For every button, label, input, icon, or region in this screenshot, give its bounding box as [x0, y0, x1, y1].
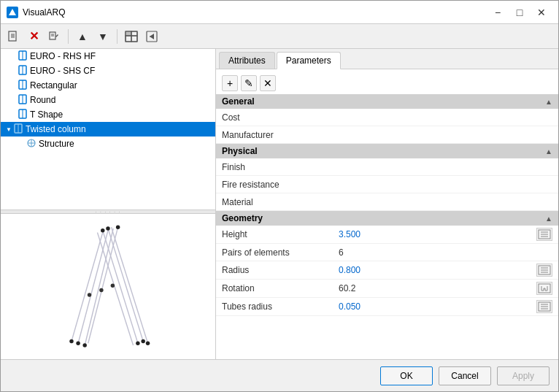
tree-item-structure[interactable]: Structure: [1, 137, 215, 151]
column-icon: [14, 123, 23, 136]
svg-point-42: [106, 226, 109, 230]
tree-item-euro-rhs-hf[interactable]: EURO - RHS HF: [1, 49, 215, 64]
section-general[interactable]: General ▲: [216, 94, 558, 109]
tab-attributes[interactable]: Attributes: [219, 52, 275, 69]
delete-button[interactable]: ✕: [24, 27, 43, 46]
column-icon: [18, 109, 27, 121]
new-button[interactable]: [4, 27, 23, 46]
ok-button[interactable]: OK: [380, 366, 433, 385]
right-panel: Attributes Parameters + ✎ ✕ General ▲: [216, 49, 558, 359]
preview-svg: [35, 214, 181, 359]
apply-button[interactable]: Apply: [497, 366, 550, 385]
column-icon: [18, 94, 27, 107]
move-up-button[interactable]: ▲: [73, 27, 92, 46]
param-toolbar: + ✎ ✕: [216, 72, 558, 94]
svg-point-41: [101, 228, 104, 232]
radius-action-button[interactable]: [536, 264, 552, 277]
column-icon: [18, 50, 27, 63]
svg-point-43: [136, 341, 139, 345]
app-icon: [7, 7, 18, 18]
tree-item-label: EURO - SHS CF: [30, 66, 95, 76]
svg-line-37: [112, 227, 148, 343]
bottom-bar: OK Cancel Apply: [1, 359, 558, 391]
param-row-fire-resistance: Fire resistance: [216, 176, 558, 193]
svg-marker-0: [9, 9, 16, 15]
svg-point-45: [116, 225, 120, 228]
svg-point-47: [99, 288, 103, 291]
tree-item-round[interactable]: Round: [1, 93, 215, 107]
maximize-button[interactable]: □: [509, 4, 531, 21]
window-controls: − □ ✕: [487, 4, 552, 21]
svg-point-46: [146, 341, 150, 345]
svg-point-49: [88, 293, 91, 296]
section-geometry[interactable]: Geometry ▲: [216, 211, 558, 226]
param-row-tubes-radius: Tubes radius 0.050: [216, 298, 558, 316]
window-title: VisualARQ: [23, 7, 487, 18]
chevron-up-icon: ▲: [545, 98, 552, 106]
close-button[interactable]: ✕: [531, 4, 552, 21]
svg-point-48: [111, 283, 115, 287]
main-toolbar: ✕ ▲ ▼: [1, 24, 558, 49]
chevron-up-icon: ▲: [545, 215, 552, 223]
tree-item-label: Twisted column: [26, 124, 86, 134]
svg-line-33: [103, 230, 138, 343]
chevron-up-icon: ▲: [545, 147, 552, 155]
param-row-material: Material: [216, 193, 558, 211]
column-icon: [18, 80, 27, 92]
tree-item-rectangular[interactable]: Rectangular: [1, 78, 215, 93]
tree-item-euro-shs-cf[interactable]: EURO - SHS CF: [1, 64, 215, 78]
delete-param-button[interactable]: ✕: [260, 75, 276, 91]
param-row-pairs: Pairs of elements 6: [216, 244, 558, 261]
param-row-radius: Radius 0.800: [216, 261, 558, 280]
svg-rect-12: [131, 36, 137, 42]
svg-rect-11: [126, 36, 131, 42]
param-row-cost: Cost: [216, 109, 558, 126]
cancel-button[interactable]: Cancel: [439, 366, 491, 385]
tree-item-t-shape[interactable]: T Shape: [1, 107, 215, 122]
tree-item-label: Rectangular: [30, 80, 77, 91]
svg-point-40: [69, 339, 73, 342]
column-icon: [18, 65, 27, 77]
separator-2: [117, 29, 117, 44]
minimize-button[interactable]: −: [487, 4, 509, 21]
svg-line-30: [78, 230, 108, 343]
param-row-manufacturer: Manufacturer: [216, 126, 558, 144]
tubes-radius-action-button[interactable]: [536, 300, 552, 313]
view1-button[interactable]: [122, 27, 141, 46]
add-param-button[interactable]: +: [222, 75, 238, 91]
svg-point-39: [82, 343, 86, 347]
preview-area: [1, 214, 215, 359]
svg-rect-9: [126, 31, 131, 36]
svg-point-38: [76, 341, 80, 345]
rename-button[interactable]: [45, 27, 63, 46]
titlebar: VisualARQ − □ ✕: [1, 1, 558, 24]
param-row-rotation: Rotation 60.2: [216, 280, 558, 298]
main-content: EURO - RHS HF EURO - SHS CF Rectangular: [1, 49, 558, 359]
svg-line-32: [72, 232, 103, 341]
expand-icon: ▼: [4, 126, 14, 133]
height-action-button[interactable]: [536, 228, 552, 241]
tree-item-label: EURO - RHS HF: [30, 51, 96, 61]
main-window: VisualARQ − □ ✕ ✕: [0, 0, 559, 392]
tree-item-label: Round: [30, 95, 55, 105]
move-down-button[interactable]: ▼: [93, 27, 112, 46]
tabs-bar: Attributes Parameters: [216, 49, 558, 69]
left-panel: EURO - RHS HF EURO - SHS CF Rectangular: [1, 49, 216, 359]
param-row-finish: Finish: [216, 158, 558, 176]
svg-point-44: [141, 339, 144, 342]
parameters-content: + ✎ ✕ General ▲ Cost Manufacturer: [216, 69, 558, 359]
param-row-height: Height 3.500: [216, 226, 558, 244]
edit-param-button[interactable]: ✎: [241, 75, 257, 91]
separator-1: [68, 29, 69, 44]
structure-icon: [27, 139, 36, 150]
rotation-action-button[interactable]: [536, 282, 552, 295]
svg-rect-10: [131, 31, 137, 36]
tree-container[interactable]: EURO - RHS HF EURO - SHS CF Rectangular: [1, 49, 215, 210]
tree-item-label: Structure: [39, 139, 74, 149]
tree-item-twisted-column[interactable]: ▼ Twisted column: [1, 122, 215, 137]
tab-parameters[interactable]: Parameters: [277, 52, 341, 69]
section-physical[interactable]: Physical ▲: [216, 144, 558, 158]
view2-button[interactable]: [142, 27, 161, 46]
tree-item-label: T Shape: [30, 109, 63, 120]
